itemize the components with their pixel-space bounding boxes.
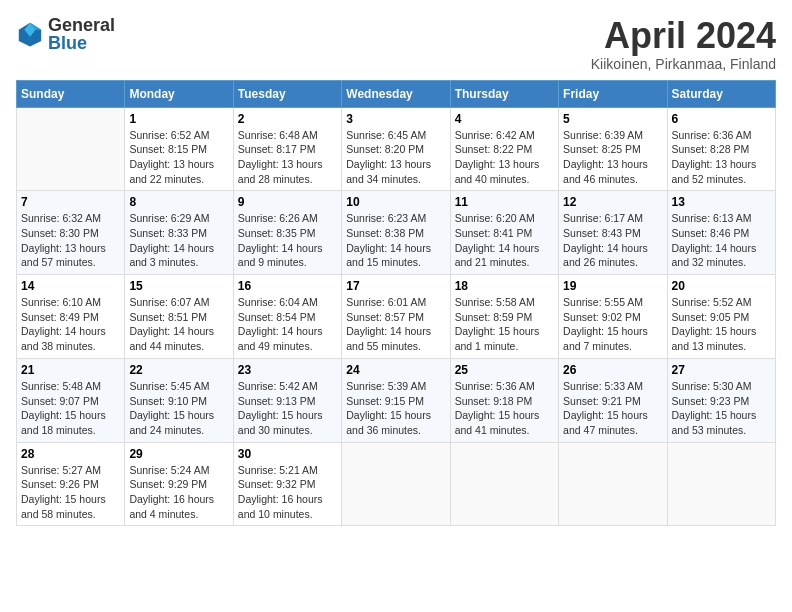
logo-icon — [16, 20, 44, 48]
table-row — [342, 442, 450, 526]
day-info: Sunrise: 6:04 AM Sunset: 8:54 PM Dayligh… — [238, 295, 337, 354]
table-row: 2Sunrise: 6:48 AM Sunset: 8:17 PM Daylig… — [233, 107, 341, 191]
table-row: 19Sunrise: 5:55 AM Sunset: 9:02 PM Dayli… — [559, 275, 667, 359]
day-number: 8 — [129, 195, 228, 209]
day-number: 25 — [455, 363, 554, 377]
day-number: 24 — [346, 363, 445, 377]
day-number: 5 — [563, 112, 662, 126]
day-info: Sunrise: 5:36 AM Sunset: 9:18 PM Dayligh… — [455, 379, 554, 438]
day-info: Sunrise: 5:45 AM Sunset: 9:10 PM Dayligh… — [129, 379, 228, 438]
day-number: 18 — [455, 279, 554, 293]
table-row: 5Sunrise: 6:39 AM Sunset: 8:25 PM Daylig… — [559, 107, 667, 191]
table-row: 3Sunrise: 6:45 AM Sunset: 8:20 PM Daylig… — [342, 107, 450, 191]
header-wednesday: Wednesday — [342, 80, 450, 107]
day-number: 28 — [21, 447, 120, 461]
day-info: Sunrise: 5:52 AM Sunset: 9:05 PM Dayligh… — [672, 295, 771, 354]
table-row: 22Sunrise: 5:45 AM Sunset: 9:10 PM Dayli… — [125, 358, 233, 442]
table-row: 20Sunrise: 5:52 AM Sunset: 9:05 PM Dayli… — [667, 275, 775, 359]
day-number: 16 — [238, 279, 337, 293]
day-info: Sunrise: 6:42 AM Sunset: 8:22 PM Dayligh… — [455, 128, 554, 187]
day-number: 19 — [563, 279, 662, 293]
day-info: Sunrise: 5:48 AM Sunset: 9:07 PM Dayligh… — [21, 379, 120, 438]
day-info: Sunrise: 5:21 AM Sunset: 9:32 PM Dayligh… — [238, 463, 337, 522]
table-row: 7Sunrise: 6:32 AM Sunset: 8:30 PM Daylig… — [17, 191, 125, 275]
day-number: 22 — [129, 363, 228, 377]
day-info: Sunrise: 6:36 AM Sunset: 8:28 PM Dayligh… — [672, 128, 771, 187]
day-info: Sunrise: 6:48 AM Sunset: 8:17 PM Dayligh… — [238, 128, 337, 187]
location-title: Kiikoinen, Pirkanmaa, Finland — [591, 56, 776, 72]
header-thursday: Thursday — [450, 80, 558, 107]
header-tuesday: Tuesday — [233, 80, 341, 107]
day-number: 3 — [346, 112, 445, 126]
day-info: Sunrise: 6:17 AM Sunset: 8:43 PM Dayligh… — [563, 211, 662, 270]
logo: General Blue — [16, 16, 115, 52]
table-row: 8Sunrise: 6:29 AM Sunset: 8:33 PM Daylig… — [125, 191, 233, 275]
day-number: 15 — [129, 279, 228, 293]
day-info: Sunrise: 5:39 AM Sunset: 9:15 PM Dayligh… — [346, 379, 445, 438]
calendar-week-row: 21Sunrise: 5:48 AM Sunset: 9:07 PM Dayli… — [17, 358, 776, 442]
table-row: 10Sunrise: 6:23 AM Sunset: 8:38 PM Dayli… — [342, 191, 450, 275]
day-number: 21 — [21, 363, 120, 377]
day-number: 13 — [672, 195, 771, 209]
day-info: Sunrise: 6:07 AM Sunset: 8:51 PM Dayligh… — [129, 295, 228, 354]
calendar-week-row: 28Sunrise: 5:27 AM Sunset: 9:26 PM Dayli… — [17, 442, 776, 526]
day-info: Sunrise: 6:01 AM Sunset: 8:57 PM Dayligh… — [346, 295, 445, 354]
table-row: 17Sunrise: 6:01 AM Sunset: 8:57 PM Dayli… — [342, 275, 450, 359]
calendar-week-row: 14Sunrise: 6:10 AM Sunset: 8:49 PM Dayli… — [17, 275, 776, 359]
logo-text: General Blue — [48, 16, 115, 52]
day-number: 23 — [238, 363, 337, 377]
day-info: Sunrise: 6:23 AM Sunset: 8:38 PM Dayligh… — [346, 211, 445, 270]
table-row: 23Sunrise: 5:42 AM Sunset: 9:13 PM Dayli… — [233, 358, 341, 442]
day-number: 30 — [238, 447, 337, 461]
calendar-header-row: Sunday Monday Tuesday Wednesday Thursday… — [17, 80, 776, 107]
table-row — [667, 442, 775, 526]
table-row: 9Sunrise: 6:26 AM Sunset: 8:35 PM Daylig… — [233, 191, 341, 275]
day-info: Sunrise: 5:33 AM Sunset: 9:21 PM Dayligh… — [563, 379, 662, 438]
day-number: 29 — [129, 447, 228, 461]
table-row — [559, 442, 667, 526]
day-number: 1 — [129, 112, 228, 126]
day-number: 27 — [672, 363, 771, 377]
calendar-table: Sunday Monday Tuesday Wednesday Thursday… — [16, 80, 776, 527]
day-info: Sunrise: 6:39 AM Sunset: 8:25 PM Dayligh… — [563, 128, 662, 187]
header-friday: Friday — [559, 80, 667, 107]
calendar-week-row: 7Sunrise: 6:32 AM Sunset: 8:30 PM Daylig… — [17, 191, 776, 275]
day-number: 26 — [563, 363, 662, 377]
day-number: 2 — [238, 112, 337, 126]
table-row: 24Sunrise: 5:39 AM Sunset: 9:15 PM Dayli… — [342, 358, 450, 442]
day-info: Sunrise: 5:30 AM Sunset: 9:23 PM Dayligh… — [672, 379, 771, 438]
table-row: 11Sunrise: 6:20 AM Sunset: 8:41 PM Dayli… — [450, 191, 558, 275]
table-row: 4Sunrise: 6:42 AM Sunset: 8:22 PM Daylig… — [450, 107, 558, 191]
table-row: 29Sunrise: 5:24 AM Sunset: 9:29 PM Dayli… — [125, 442, 233, 526]
table-row: 27Sunrise: 5:30 AM Sunset: 9:23 PM Dayli… — [667, 358, 775, 442]
table-row: 28Sunrise: 5:27 AM Sunset: 9:26 PM Dayli… — [17, 442, 125, 526]
table-row — [17, 107, 125, 191]
day-number: 10 — [346, 195, 445, 209]
table-row: 26Sunrise: 5:33 AM Sunset: 9:21 PM Dayli… — [559, 358, 667, 442]
day-info: Sunrise: 6:32 AM Sunset: 8:30 PM Dayligh… — [21, 211, 120, 270]
header-monday: Monday — [125, 80, 233, 107]
table-row: 12Sunrise: 6:17 AM Sunset: 8:43 PM Dayli… — [559, 191, 667, 275]
day-info: Sunrise: 5:27 AM Sunset: 9:26 PM Dayligh… — [21, 463, 120, 522]
header-sunday: Sunday — [17, 80, 125, 107]
table-row: 1Sunrise: 6:52 AM Sunset: 8:15 PM Daylig… — [125, 107, 233, 191]
day-number: 4 — [455, 112, 554, 126]
page-header: General Blue April 2024 Kiikoinen, Pirka… — [16, 16, 776, 72]
day-number: 11 — [455, 195, 554, 209]
table-row: 25Sunrise: 5:36 AM Sunset: 9:18 PM Dayli… — [450, 358, 558, 442]
table-row — [450, 442, 558, 526]
day-number: 12 — [563, 195, 662, 209]
day-info: Sunrise: 6:45 AM Sunset: 8:20 PM Dayligh… — [346, 128, 445, 187]
table-row: 13Sunrise: 6:13 AM Sunset: 8:46 PM Dayli… — [667, 191, 775, 275]
day-number: 7 — [21, 195, 120, 209]
calendar-week-row: 1Sunrise: 6:52 AM Sunset: 8:15 PM Daylig… — [17, 107, 776, 191]
table-row: 30Sunrise: 5:21 AM Sunset: 9:32 PM Dayli… — [233, 442, 341, 526]
day-info: Sunrise: 6:10 AM Sunset: 8:49 PM Dayligh… — [21, 295, 120, 354]
day-info: Sunrise: 5:55 AM Sunset: 9:02 PM Dayligh… — [563, 295, 662, 354]
day-info: Sunrise: 6:26 AM Sunset: 8:35 PM Dayligh… — [238, 211, 337, 270]
table-row: 18Sunrise: 5:58 AM Sunset: 8:59 PM Dayli… — [450, 275, 558, 359]
day-number: 20 — [672, 279, 771, 293]
header-saturday: Saturday — [667, 80, 775, 107]
day-info: Sunrise: 5:24 AM Sunset: 9:29 PM Dayligh… — [129, 463, 228, 522]
day-number: 6 — [672, 112, 771, 126]
